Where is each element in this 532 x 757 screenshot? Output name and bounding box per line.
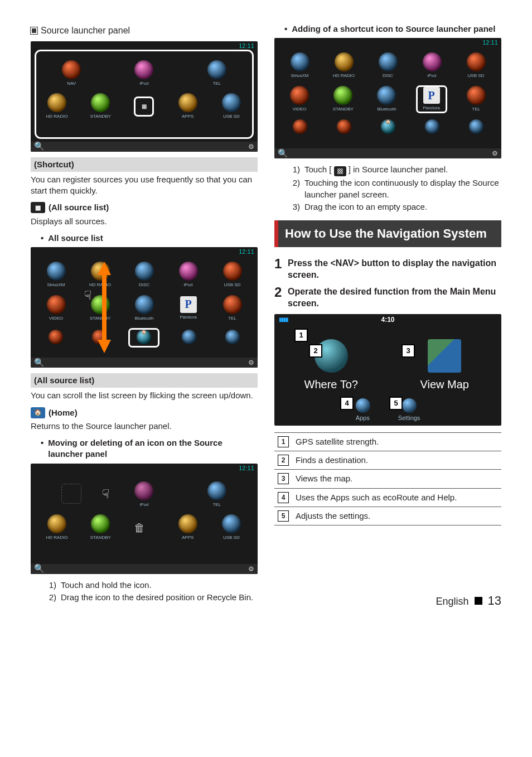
icon-disc: DISC bbox=[130, 262, 158, 288]
bullet-add-shortcut: Adding of a shortcut icon to Source laun… bbox=[274, 23, 501, 35]
bullet-square-icon bbox=[31, 27, 37, 34]
icon-pandora: PPandora bbox=[175, 296, 202, 321]
step-number: 1 bbox=[274, 257, 284, 271]
icon-tel: TEL bbox=[203, 481, 231, 508]
icon-bluetooth: Bluetooth bbox=[130, 295, 158, 322]
apps-icon bbox=[356, 398, 370, 413]
status-time: 12:11 bbox=[239, 42, 254, 50]
page-footer: English 13 bbox=[274, 592, 501, 609]
icon-siriusxm: SiriusXM bbox=[286, 52, 314, 79]
steps-move-delete: 1)Touch and hold the icon. 2)Drag the ic… bbox=[31, 580, 258, 604]
home-icon-highlight: 🏠 bbox=[129, 329, 159, 347]
text-home-desc: Returns to the Source launcher panel. bbox=[31, 421, 258, 432]
icon-pandora-highlight: PPandora bbox=[417, 86, 447, 113]
text-scroll-desc: You can scroll the list screen by flicki… bbox=[31, 390, 258, 401]
callout-2: 2 bbox=[309, 344, 322, 358]
step-2: 2 Operate the desired function from the … bbox=[274, 286, 501, 310]
step-1: 1 Press the <NAV> button to display the … bbox=[274, 257, 501, 281]
section-heading-source-launcher: Source launcher panel bbox=[31, 25, 258, 37]
highlight-frame bbox=[36, 51, 252, 137]
status-time: 12:11 bbox=[239, 465, 254, 472]
callout-1: 1 bbox=[294, 329, 308, 342]
icon-standby: STANDBY bbox=[329, 86, 357, 113]
map-thumbnail-icon bbox=[428, 339, 461, 373]
legend-text: Views the map. bbox=[296, 473, 352, 484]
step-number: 2) bbox=[47, 592, 56, 603]
label-view-map: View Map bbox=[420, 377, 469, 392]
icon-ipod-drag: iPod bbox=[130, 481, 158, 508]
arrow-down-icon bbox=[98, 340, 111, 353]
search-icon: 🔍 bbox=[34, 563, 45, 573]
legend-table: 1GPS satellite strength. 2Finds a destin… bbox=[274, 432, 501, 525]
legend-num: 1 bbox=[278, 436, 289, 447]
icon-usbsd: USB SD bbox=[462, 52, 490, 79]
legend-text: Adjusts the settings. bbox=[296, 510, 370, 522]
icon-extra-4 bbox=[219, 330, 246, 346]
home-icon: 🏠 bbox=[374, 119, 402, 136]
callout-3: 3 bbox=[402, 344, 415, 358]
label-all-source-list: ▦ (All source list) bbox=[31, 202, 258, 213]
legend-num: 3 bbox=[278, 473, 289, 484]
step-text: Touch and hold the icon. bbox=[61, 580, 152, 591]
step-number: 2 bbox=[274, 286, 284, 299]
grid-icon: ▦ bbox=[31, 202, 45, 213]
footer-square-icon bbox=[475, 597, 482, 605]
callout-4: 4 bbox=[340, 397, 354, 410]
nav-apps: Apps bbox=[356, 398, 370, 422]
icon-usbsd: USB SD bbox=[217, 514, 245, 541]
search-icon: 🔍 bbox=[278, 148, 288, 158]
home-icon: 🏠 bbox=[31, 407, 45, 418]
icon-extra-1 bbox=[42, 330, 70, 346]
icon-video: VIDEO bbox=[286, 86, 313, 113]
screenshot-source-launcher: 12:11 NAV iPod TEL HD RADIO STANDBY ▦ AP… bbox=[31, 41, 258, 152]
arrow-stem bbox=[102, 274, 107, 341]
icon-disc: DISC bbox=[374, 52, 402, 79]
legend-num: 5 bbox=[278, 510, 289, 522]
label-where-to: Where To? bbox=[304, 377, 358, 392]
settings-icon bbox=[402, 398, 417, 413]
icon-usbsd: USB SD bbox=[219, 262, 246, 288]
step-text: Operate the desired function from the Ma… bbox=[288, 286, 501, 310]
legend-text: Uses the Apps such as ecoRoute and Help. bbox=[296, 492, 457, 503]
gear-icon: ⚙ bbox=[248, 142, 254, 151]
legend-text: GPS satellite strength. bbox=[296, 436, 379, 447]
steps-add-shortcut: 1) Touch [ ] in Source launcher panel. 2… bbox=[274, 164, 501, 213]
legend-text: Finds a destination. bbox=[296, 455, 368, 466]
icon-siriusxm: SiriusXM bbox=[42, 262, 70, 288]
status-time: 12:11 bbox=[239, 248, 254, 256]
step-number: 1) bbox=[47, 580, 56, 591]
label-shortcut: (Shortcut) bbox=[31, 157, 258, 172]
text-shortcut-desc: You can register sources you use frequen… bbox=[31, 174, 258, 197]
screenshot-add-shortcut: 12:11 SiriusXM HD RADIO DISC iPod USB SD… bbox=[274, 38, 501, 158]
legend-num: 2 bbox=[278, 455, 289, 466]
step-text: Drag the icon to the desired position or… bbox=[61, 592, 253, 603]
icon-video: VIDEO bbox=[42, 295, 70, 322]
text-allsrc-desc: Displays all sources. bbox=[31, 216, 258, 227]
step-text: Press the <NAV> button to display the na… bbox=[288, 257, 501, 281]
grid-icon bbox=[334, 166, 346, 176]
status-time: 12:11 bbox=[482, 39, 498, 47]
bullet-all-source-list: All source list bbox=[31, 233, 258, 244]
footer-page-number: 13 bbox=[488, 592, 501, 609]
icon-extra-3 bbox=[175, 330, 203, 346]
gear-icon: ⚙ bbox=[492, 149, 498, 158]
screenshot-move-delete: 12:11 ☟ iPod TEL HD RADIO STANDBY 🗑 APPS… bbox=[31, 464, 258, 574]
icon-tel: TEL bbox=[219, 295, 246, 322]
icon-ipod: iPod bbox=[175, 262, 202, 288]
step-number: 1) bbox=[291, 164, 300, 176]
legend-num: 4 bbox=[278, 492, 289, 503]
icon-extra-1 bbox=[286, 119, 314, 136]
gear-icon: ⚙ bbox=[248, 358, 254, 367]
icon-ipod: iPod bbox=[418, 52, 446, 79]
hand-pointer-icon: ☟ bbox=[84, 287, 101, 304]
footer-language: English bbox=[436, 595, 468, 608]
icon-extra-3 bbox=[418, 119, 446, 136]
callout-5: 5 bbox=[389, 397, 403, 410]
step-text: Touching the icon continuously to displa… bbox=[304, 177, 501, 200]
step-text: Drag the icon to an empty space. bbox=[304, 201, 427, 213]
nav-clock: 4:10 bbox=[274, 315, 501, 324]
icon-empty bbox=[57, 484, 85, 505]
gear-icon: ⚙ bbox=[248, 565, 254, 573]
heading-text: Source launcher panel bbox=[41, 25, 130, 37]
label-all-source-list-2: (All source list) bbox=[31, 373, 258, 388]
